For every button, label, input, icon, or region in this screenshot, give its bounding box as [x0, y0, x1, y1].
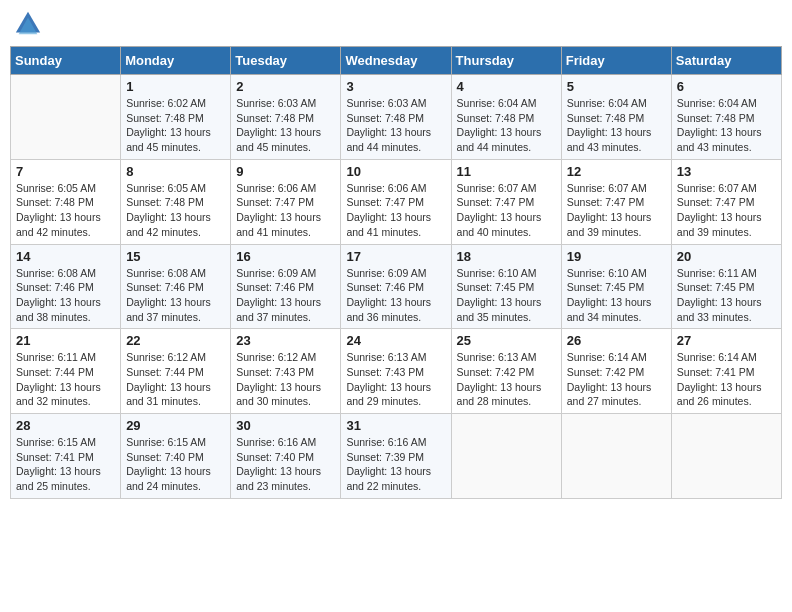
calendar-cell: 27Sunrise: 6:14 AM Sunset: 7:41 PM Dayli… [671, 329, 781, 414]
day-info: Sunrise: 6:10 AM Sunset: 7:45 PM Dayligh… [457, 266, 556, 325]
day-info: Sunrise: 6:04 AM Sunset: 7:48 PM Dayligh… [457, 96, 556, 155]
day-info: Sunrise: 6:07 AM Sunset: 7:47 PM Dayligh… [457, 181, 556, 240]
calendar-cell: 9Sunrise: 6:06 AM Sunset: 7:47 PM Daylig… [231, 159, 341, 244]
day-info: Sunrise: 6:06 AM Sunset: 7:47 PM Dayligh… [236, 181, 335, 240]
day-number: 22 [126, 333, 225, 348]
calendar-cell: 23Sunrise: 6:12 AM Sunset: 7:43 PM Dayli… [231, 329, 341, 414]
day-number: 29 [126, 418, 225, 433]
calendar-cell: 6Sunrise: 6:04 AM Sunset: 7:48 PM Daylig… [671, 75, 781, 160]
day-number: 28 [16, 418, 115, 433]
calendar-cell: 1Sunrise: 6:02 AM Sunset: 7:48 PM Daylig… [121, 75, 231, 160]
header-day-thursday: Thursday [451, 47, 561, 75]
calendar-cell: 11Sunrise: 6:07 AM Sunset: 7:47 PM Dayli… [451, 159, 561, 244]
day-number: 27 [677, 333, 776, 348]
day-info: Sunrise: 6:03 AM Sunset: 7:48 PM Dayligh… [236, 96, 335, 155]
calendar-cell [11, 75, 121, 160]
calendar-cell: 3Sunrise: 6:03 AM Sunset: 7:48 PM Daylig… [341, 75, 451, 160]
calendar-cell: 18Sunrise: 6:10 AM Sunset: 7:45 PM Dayli… [451, 244, 561, 329]
calendar-week-5: 28Sunrise: 6:15 AM Sunset: 7:41 PM Dayli… [11, 414, 782, 499]
day-info: Sunrise: 6:13 AM Sunset: 7:43 PM Dayligh… [346, 350, 445, 409]
day-info: Sunrise: 6:15 AM Sunset: 7:41 PM Dayligh… [16, 435, 115, 494]
day-info: Sunrise: 6:10 AM Sunset: 7:45 PM Dayligh… [567, 266, 666, 325]
logo-icon [14, 10, 42, 38]
day-info: Sunrise: 6:14 AM Sunset: 7:42 PM Dayligh… [567, 350, 666, 409]
calendar-cell: 2Sunrise: 6:03 AM Sunset: 7:48 PM Daylig… [231, 75, 341, 160]
day-info: Sunrise: 6:08 AM Sunset: 7:46 PM Dayligh… [126, 266, 225, 325]
day-info: Sunrise: 6:07 AM Sunset: 7:47 PM Dayligh… [567, 181, 666, 240]
calendar-cell: 4Sunrise: 6:04 AM Sunset: 7:48 PM Daylig… [451, 75, 561, 160]
day-info: Sunrise: 6:07 AM Sunset: 7:47 PM Dayligh… [677, 181, 776, 240]
calendar-week-2: 7Sunrise: 6:05 AM Sunset: 7:48 PM Daylig… [11, 159, 782, 244]
day-number: 7 [16, 164, 115, 179]
day-info: Sunrise: 6:04 AM Sunset: 7:48 PM Dayligh… [567, 96, 666, 155]
day-number: 14 [16, 249, 115, 264]
day-number: 8 [126, 164, 225, 179]
day-info: Sunrise: 6:03 AM Sunset: 7:48 PM Dayligh… [346, 96, 445, 155]
calendar-week-1: 1Sunrise: 6:02 AM Sunset: 7:48 PM Daylig… [11, 75, 782, 160]
day-number: 5 [567, 79, 666, 94]
day-info: Sunrise: 6:06 AM Sunset: 7:47 PM Dayligh… [346, 181, 445, 240]
day-number: 6 [677, 79, 776, 94]
calendar-week-3: 14Sunrise: 6:08 AM Sunset: 7:46 PM Dayli… [11, 244, 782, 329]
calendar-cell: 12Sunrise: 6:07 AM Sunset: 7:47 PM Dayli… [561, 159, 671, 244]
header-day-friday: Friday [561, 47, 671, 75]
logo [14, 10, 46, 38]
header-day-wednesday: Wednesday [341, 47, 451, 75]
day-number: 30 [236, 418, 335, 433]
calendar-cell: 21Sunrise: 6:11 AM Sunset: 7:44 PM Dayli… [11, 329, 121, 414]
day-number: 21 [16, 333, 115, 348]
calendar-header: SundayMondayTuesdayWednesdayThursdayFrid… [11, 47, 782, 75]
day-info: Sunrise: 6:11 AM Sunset: 7:45 PM Dayligh… [677, 266, 776, 325]
calendar-cell: 19Sunrise: 6:10 AM Sunset: 7:45 PM Dayli… [561, 244, 671, 329]
calendar-cell: 25Sunrise: 6:13 AM Sunset: 7:42 PM Dayli… [451, 329, 561, 414]
day-number: 18 [457, 249, 556, 264]
header-day-tuesday: Tuesday [231, 47, 341, 75]
day-number: 11 [457, 164, 556, 179]
calendar-cell [451, 414, 561, 499]
calendar-table: SundayMondayTuesdayWednesdayThursdayFrid… [10, 46, 782, 499]
day-info: Sunrise: 6:15 AM Sunset: 7:40 PM Dayligh… [126, 435, 225, 494]
calendar-cell: 24Sunrise: 6:13 AM Sunset: 7:43 PM Dayli… [341, 329, 451, 414]
calendar-cell: 26Sunrise: 6:14 AM Sunset: 7:42 PM Dayli… [561, 329, 671, 414]
day-info: Sunrise: 6:12 AM Sunset: 7:43 PM Dayligh… [236, 350, 335, 409]
day-number: 9 [236, 164, 335, 179]
calendar-cell: 31Sunrise: 6:16 AM Sunset: 7:39 PM Dayli… [341, 414, 451, 499]
calendar-cell: 14Sunrise: 6:08 AM Sunset: 7:46 PM Dayli… [11, 244, 121, 329]
day-number: 31 [346, 418, 445, 433]
calendar-cell: 22Sunrise: 6:12 AM Sunset: 7:44 PM Dayli… [121, 329, 231, 414]
calendar-week-4: 21Sunrise: 6:11 AM Sunset: 7:44 PM Dayli… [11, 329, 782, 414]
calendar-cell: 16Sunrise: 6:09 AM Sunset: 7:46 PM Dayli… [231, 244, 341, 329]
day-info: Sunrise: 6:13 AM Sunset: 7:42 PM Dayligh… [457, 350, 556, 409]
day-number: 10 [346, 164, 445, 179]
day-number: 25 [457, 333, 556, 348]
header-day-monday: Monday [121, 47, 231, 75]
calendar-cell [561, 414, 671, 499]
day-number: 1 [126, 79, 225, 94]
day-info: Sunrise: 6:14 AM Sunset: 7:41 PM Dayligh… [677, 350, 776, 409]
day-number: 26 [567, 333, 666, 348]
day-number: 17 [346, 249, 445, 264]
day-info: Sunrise: 6:12 AM Sunset: 7:44 PM Dayligh… [126, 350, 225, 409]
header-day-saturday: Saturday [671, 47, 781, 75]
day-info: Sunrise: 6:08 AM Sunset: 7:46 PM Dayligh… [16, 266, 115, 325]
calendar-cell: 28Sunrise: 6:15 AM Sunset: 7:41 PM Dayli… [11, 414, 121, 499]
calendar-cell: 8Sunrise: 6:05 AM Sunset: 7:48 PM Daylig… [121, 159, 231, 244]
day-info: Sunrise: 6:16 AM Sunset: 7:40 PM Dayligh… [236, 435, 335, 494]
day-info: Sunrise: 6:09 AM Sunset: 7:46 PM Dayligh… [236, 266, 335, 325]
calendar-cell: 17Sunrise: 6:09 AM Sunset: 7:46 PM Dayli… [341, 244, 451, 329]
calendar-cell: 15Sunrise: 6:08 AM Sunset: 7:46 PM Dayli… [121, 244, 231, 329]
day-number: 16 [236, 249, 335, 264]
header-day-sunday: Sunday [11, 47, 121, 75]
day-number: 20 [677, 249, 776, 264]
calendar-cell: 5Sunrise: 6:04 AM Sunset: 7:48 PM Daylig… [561, 75, 671, 160]
day-number: 15 [126, 249, 225, 264]
day-info: Sunrise: 6:04 AM Sunset: 7:48 PM Dayligh… [677, 96, 776, 155]
day-info: Sunrise: 6:16 AM Sunset: 7:39 PM Dayligh… [346, 435, 445, 494]
calendar-cell: 10Sunrise: 6:06 AM Sunset: 7:47 PM Dayli… [341, 159, 451, 244]
calendar-cell [671, 414, 781, 499]
calendar-cell: 29Sunrise: 6:15 AM Sunset: 7:40 PM Dayli… [121, 414, 231, 499]
day-number: 2 [236, 79, 335, 94]
day-info: Sunrise: 6:09 AM Sunset: 7:46 PM Dayligh… [346, 266, 445, 325]
day-number: 4 [457, 79, 556, 94]
day-info: Sunrise: 6:05 AM Sunset: 7:48 PM Dayligh… [16, 181, 115, 240]
